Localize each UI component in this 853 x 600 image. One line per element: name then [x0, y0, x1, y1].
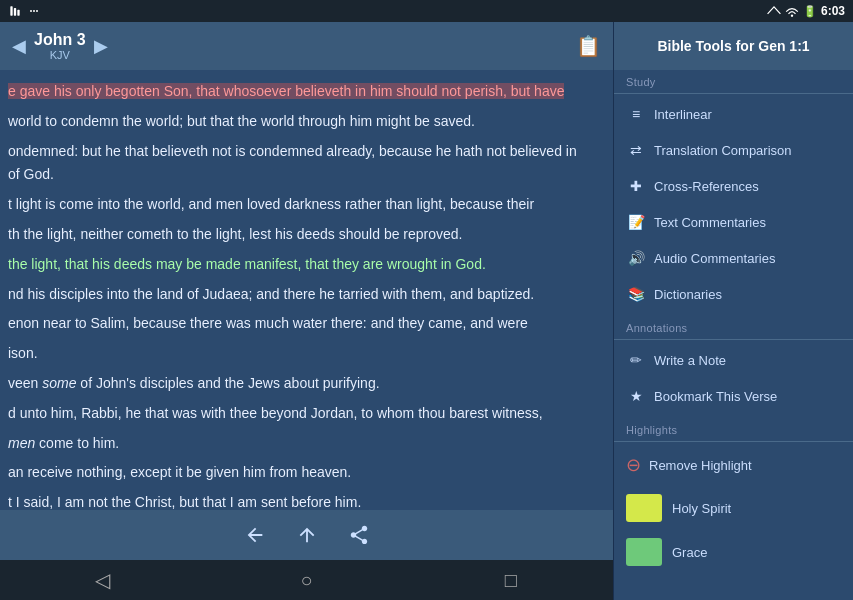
- system-home-button[interactable]: ○: [276, 560, 336, 600]
- highlighted-text: e gave his only begotten Son, that whoso…: [8, 83, 564, 99]
- prev-chapter-button[interactable]: ◀: [12, 35, 26, 57]
- study-section-label: Study: [614, 70, 853, 91]
- bible-version-label: KJV: [34, 49, 86, 61]
- dictionaries-item[interactable]: 📚 Dictionaries: [614, 276, 853, 312]
- bible-panel: ◀ John 3 KJV ▶ 📋 e gave his only begotte…: [0, 22, 613, 600]
- bible-header: ◀ John 3 KJV ▶ 📋: [0, 22, 613, 70]
- annotations-divider: [614, 339, 853, 340]
- cross-references-item[interactable]: ✚ Cross-References: [614, 168, 853, 204]
- interlinear-label: Interlinear: [654, 107, 712, 122]
- back-button[interactable]: [244, 524, 266, 546]
- write-note-icon: ✏: [626, 352, 646, 368]
- text-commentaries-icon: 📝: [626, 214, 646, 230]
- system-recent-button[interactable]: □: [481, 560, 541, 600]
- wifi-status-icon: [785, 5, 799, 17]
- time-display: 6:03: [821, 4, 845, 18]
- cross-references-icon: ✚: [626, 178, 646, 194]
- bottom-toolbar: [0, 510, 613, 560]
- wifi-icon: [8, 4, 22, 18]
- text-commentaries-label: Text Commentaries: [654, 215, 766, 230]
- next-chapter-button[interactable]: ▶: [94, 35, 108, 57]
- audio-commentaries-item[interactable]: 🔊 Audio Commentaries: [614, 240, 853, 276]
- cross-references-label: Cross-References: [654, 179, 759, 194]
- svg-rect-2: [17, 10, 19, 16]
- annotations-section-label: Annotations: [614, 316, 853, 337]
- bible-nav: ◀ John 3 KJV ▶: [12, 31, 108, 61]
- interlinear-icon: ≡: [626, 106, 646, 122]
- interlinear-item[interactable]: ≡ Interlinear: [614, 96, 853, 132]
- highlights-divider: [614, 441, 853, 442]
- holy-spirit-color-swatch: [626, 494, 662, 522]
- remove-highlight-item[interactable]: ⊖ Remove Highlight: [614, 444, 853, 486]
- svg-point-3: [30, 10, 32, 12]
- remove-highlight-label: Remove Highlight: [649, 458, 752, 473]
- translation-comparison-label: Translation Comparison: [654, 143, 792, 158]
- audio-commentaries-label: Audio Commentaries: [654, 251, 775, 266]
- text-commentaries-item[interactable]: 📝 Text Commentaries: [614, 204, 853, 240]
- svg-rect-0: [10, 6, 12, 15]
- tools-panel-title: Bible Tools for Gen 1:1: [657, 38, 809, 54]
- audio-commentaries-icon: 🔊: [626, 250, 646, 266]
- tools-panel: Bible Tools for Gen 1:1 Study ≡ Interlin…: [613, 22, 853, 600]
- menu-icon: [28, 5, 40, 17]
- bookmark-verse-icon: ★: [626, 388, 646, 404]
- status-bar-left: [8, 4, 40, 18]
- dictionaries-label: Dictionaries: [654, 287, 722, 302]
- system-back-button[interactable]: ◁: [72, 560, 132, 600]
- study-divider: [614, 93, 853, 94]
- grace-label: Grace: [672, 545, 707, 560]
- share-button[interactable]: [348, 524, 370, 546]
- green-highlighted-text: the light, that his deeds may be made ma…: [8, 256, 486, 272]
- remove-highlight-icon: ⊖: [626, 454, 641, 476]
- write-note-item[interactable]: ✏ Write a Note: [614, 342, 853, 378]
- svg-point-6: [791, 15, 793, 17]
- grace-color-swatch: [626, 538, 662, 566]
- svg-point-5: [36, 10, 38, 12]
- holy-spirit-label: Holy Spirit: [672, 501, 731, 516]
- translation-comparison-icon: ⇄: [626, 142, 646, 158]
- bible-text-area[interactable]: e gave his only begotten Son, that whoso…: [0, 70, 613, 510]
- signal-icon: [767, 5, 781, 17]
- main-container: ◀ John 3 KJV ▶ 📋 e gave his only begotte…: [0, 22, 853, 600]
- bible-title: John 3 KJV: [34, 31, 86, 61]
- holy-spirit-highlight-item[interactable]: Holy Spirit: [614, 486, 853, 530]
- verse-content: e gave his only begotten Son, that whoso…: [8, 80, 605, 510]
- bookmark-icon[interactable]: 📋: [576, 34, 601, 58]
- status-bar: 🔋 6:03: [0, 0, 853, 22]
- status-bar-right: 🔋 6:03: [767, 4, 845, 18]
- dictionaries-icon: 📚: [626, 286, 646, 302]
- tools-content[interactable]: Study ≡ Interlinear ⇄ Translation Compar…: [614, 70, 853, 600]
- nav-bar: ◁ ○ □: [0, 560, 613, 600]
- highlights-section-label: Highlights: [614, 418, 853, 439]
- bible-book-label: John 3: [34, 31, 86, 49]
- svg-point-4: [33, 10, 35, 12]
- up-button[interactable]: [296, 524, 318, 546]
- write-note-label: Write a Note: [654, 353, 726, 368]
- translation-comparison-item[interactable]: ⇄ Translation Comparison: [614, 132, 853, 168]
- bookmark-verse-item[interactable]: ★ Bookmark This Verse: [614, 378, 853, 414]
- bookmark-verse-label: Bookmark This Verse: [654, 389, 777, 404]
- tools-panel-header: Bible Tools for Gen 1:1: [614, 22, 853, 70]
- grace-highlight-item[interactable]: Grace: [614, 530, 853, 574]
- svg-rect-1: [14, 8, 16, 16]
- battery-icon: 🔋: [803, 5, 817, 18]
